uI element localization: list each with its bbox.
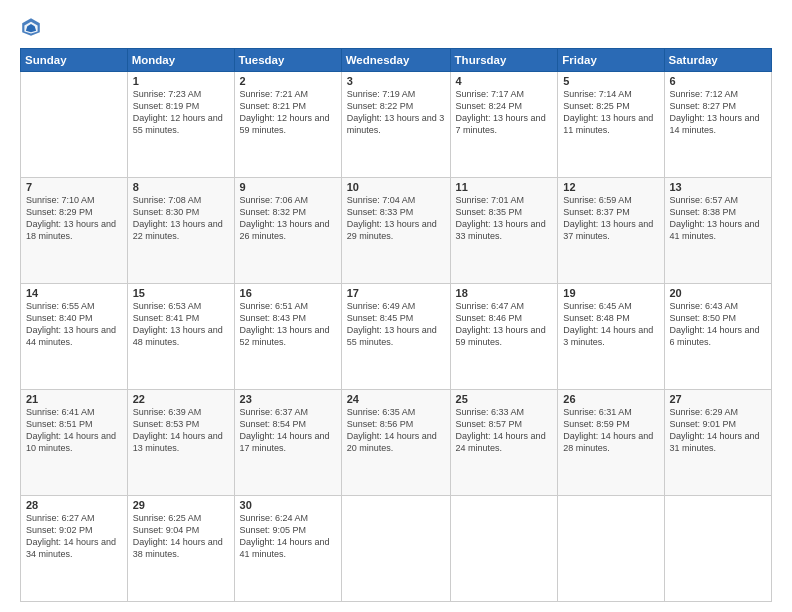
day-info: Sunrise: 6:53 AMSunset: 8:41 PMDaylight:… bbox=[133, 301, 223, 347]
day-cell: 6Sunrise: 7:12 AMSunset: 8:27 PMDaylight… bbox=[664, 72, 772, 178]
day-number: 26 bbox=[563, 393, 658, 405]
week-row-1: 1Sunrise: 7:23 AMSunset: 8:19 PMDaylight… bbox=[21, 72, 772, 178]
day-cell bbox=[558, 496, 664, 602]
day-number: 17 bbox=[347, 287, 445, 299]
day-cell: 29Sunrise: 6:25 AMSunset: 9:04 PMDayligh… bbox=[127, 496, 234, 602]
day-info: Sunrise: 6:45 AMSunset: 8:48 PMDaylight:… bbox=[563, 301, 653, 347]
day-cell bbox=[21, 72, 128, 178]
day-cell: 9Sunrise: 7:06 AMSunset: 8:32 PMDaylight… bbox=[234, 178, 341, 284]
day-number: 5 bbox=[563, 75, 658, 87]
logo bbox=[20, 16, 46, 38]
day-cell: 2Sunrise: 7:21 AMSunset: 8:21 PMDaylight… bbox=[234, 72, 341, 178]
day-cell: 21Sunrise: 6:41 AMSunset: 8:51 PMDayligh… bbox=[21, 390, 128, 496]
day-cell: 26Sunrise: 6:31 AMSunset: 8:59 PMDayligh… bbox=[558, 390, 664, 496]
page: SundayMondayTuesdayWednesdayThursdayFrid… bbox=[0, 0, 792, 612]
day-number: 6 bbox=[670, 75, 767, 87]
day-number: 1 bbox=[133, 75, 229, 87]
day-cell: 13Sunrise: 6:57 AMSunset: 8:38 PMDayligh… bbox=[664, 178, 772, 284]
col-header-sunday: Sunday bbox=[21, 49, 128, 72]
day-number: 20 bbox=[670, 287, 767, 299]
day-number: 16 bbox=[240, 287, 336, 299]
week-row-5: 28Sunrise: 6:27 AMSunset: 9:02 PMDayligh… bbox=[21, 496, 772, 602]
day-info: Sunrise: 7:01 AMSunset: 8:35 PMDaylight:… bbox=[456, 195, 546, 241]
day-info: Sunrise: 7:10 AMSunset: 8:29 PMDaylight:… bbox=[26, 195, 116, 241]
day-cell: 16Sunrise: 6:51 AMSunset: 8:43 PMDayligh… bbox=[234, 284, 341, 390]
calendar-table: SundayMondayTuesdayWednesdayThursdayFrid… bbox=[20, 48, 772, 602]
day-info: Sunrise: 7:06 AMSunset: 8:32 PMDaylight:… bbox=[240, 195, 330, 241]
day-info: Sunrise: 6:37 AMSunset: 8:54 PMDaylight:… bbox=[240, 407, 330, 453]
day-info: Sunrise: 7:19 AMSunset: 8:22 PMDaylight:… bbox=[347, 89, 445, 135]
day-number: 15 bbox=[133, 287, 229, 299]
day-info: Sunrise: 7:12 AMSunset: 8:27 PMDaylight:… bbox=[670, 89, 760, 135]
col-header-saturday: Saturday bbox=[664, 49, 772, 72]
day-info: Sunrise: 6:59 AMSunset: 8:37 PMDaylight:… bbox=[563, 195, 653, 241]
week-row-3: 14Sunrise: 6:55 AMSunset: 8:40 PMDayligh… bbox=[21, 284, 772, 390]
week-row-2: 7Sunrise: 7:10 AMSunset: 8:29 PMDaylight… bbox=[21, 178, 772, 284]
day-info: Sunrise: 6:51 AMSunset: 8:43 PMDaylight:… bbox=[240, 301, 330, 347]
day-number: 29 bbox=[133, 499, 229, 511]
day-info: Sunrise: 6:47 AMSunset: 8:46 PMDaylight:… bbox=[456, 301, 546, 347]
day-number: 8 bbox=[133, 181, 229, 193]
day-cell: 23Sunrise: 6:37 AMSunset: 8:54 PMDayligh… bbox=[234, 390, 341, 496]
day-number: 9 bbox=[240, 181, 336, 193]
day-info: Sunrise: 6:39 AMSunset: 8:53 PMDaylight:… bbox=[133, 407, 223, 453]
day-info: Sunrise: 6:25 AMSunset: 9:04 PMDaylight:… bbox=[133, 513, 223, 559]
day-cell: 27Sunrise: 6:29 AMSunset: 9:01 PMDayligh… bbox=[664, 390, 772, 496]
day-number: 27 bbox=[670, 393, 767, 405]
day-info: Sunrise: 7:08 AMSunset: 8:30 PMDaylight:… bbox=[133, 195, 223, 241]
week-row-4: 21Sunrise: 6:41 AMSunset: 8:51 PMDayligh… bbox=[21, 390, 772, 496]
day-number: 24 bbox=[347, 393, 445, 405]
day-cell: 20Sunrise: 6:43 AMSunset: 8:50 PMDayligh… bbox=[664, 284, 772, 390]
day-cell: 7Sunrise: 7:10 AMSunset: 8:29 PMDaylight… bbox=[21, 178, 128, 284]
day-cell: 5Sunrise: 7:14 AMSunset: 8:25 PMDaylight… bbox=[558, 72, 664, 178]
calendar-header-row: SundayMondayTuesdayWednesdayThursdayFrid… bbox=[21, 49, 772, 72]
day-info: Sunrise: 7:04 AMSunset: 8:33 PMDaylight:… bbox=[347, 195, 437, 241]
day-number: 25 bbox=[456, 393, 553, 405]
day-cell: 14Sunrise: 6:55 AMSunset: 8:40 PMDayligh… bbox=[21, 284, 128, 390]
day-info: Sunrise: 6:43 AMSunset: 8:50 PMDaylight:… bbox=[670, 301, 760, 347]
day-number: 4 bbox=[456, 75, 553, 87]
day-cell: 18Sunrise: 6:47 AMSunset: 8:46 PMDayligh… bbox=[450, 284, 558, 390]
day-info: Sunrise: 6:24 AMSunset: 9:05 PMDaylight:… bbox=[240, 513, 330, 559]
day-cell bbox=[664, 496, 772, 602]
day-number: 14 bbox=[26, 287, 122, 299]
day-cell: 24Sunrise: 6:35 AMSunset: 8:56 PMDayligh… bbox=[341, 390, 450, 496]
day-number: 7 bbox=[26, 181, 122, 193]
col-header-tuesday: Tuesday bbox=[234, 49, 341, 72]
day-cell: 3Sunrise: 7:19 AMSunset: 8:22 PMDaylight… bbox=[341, 72, 450, 178]
day-number: 21 bbox=[26, 393, 122, 405]
col-header-monday: Monday bbox=[127, 49, 234, 72]
day-number: 12 bbox=[563, 181, 658, 193]
day-info: Sunrise: 6:57 AMSunset: 8:38 PMDaylight:… bbox=[670, 195, 760, 241]
day-info: Sunrise: 6:55 AMSunset: 8:40 PMDaylight:… bbox=[26, 301, 116, 347]
day-number: 11 bbox=[456, 181, 553, 193]
day-info: Sunrise: 6:31 AMSunset: 8:59 PMDaylight:… bbox=[563, 407, 653, 453]
day-cell: 15Sunrise: 6:53 AMSunset: 8:41 PMDayligh… bbox=[127, 284, 234, 390]
day-number: 18 bbox=[456, 287, 553, 299]
day-cell: 10Sunrise: 7:04 AMSunset: 8:33 PMDayligh… bbox=[341, 178, 450, 284]
day-cell: 25Sunrise: 6:33 AMSunset: 8:57 PMDayligh… bbox=[450, 390, 558, 496]
day-number: 22 bbox=[133, 393, 229, 405]
day-cell bbox=[450, 496, 558, 602]
day-number: 13 bbox=[670, 181, 767, 193]
day-info: Sunrise: 6:49 AMSunset: 8:45 PMDaylight:… bbox=[347, 301, 437, 347]
day-cell: 19Sunrise: 6:45 AMSunset: 8:48 PMDayligh… bbox=[558, 284, 664, 390]
day-info: Sunrise: 6:41 AMSunset: 8:51 PMDaylight:… bbox=[26, 407, 116, 453]
day-cell: 22Sunrise: 6:39 AMSunset: 8:53 PMDayligh… bbox=[127, 390, 234, 496]
day-number: 30 bbox=[240, 499, 336, 511]
day-info: Sunrise: 6:29 AMSunset: 9:01 PMDaylight:… bbox=[670, 407, 760, 453]
col-header-thursday: Thursday bbox=[450, 49, 558, 72]
day-number: 10 bbox=[347, 181, 445, 193]
day-cell: 28Sunrise: 6:27 AMSunset: 9:02 PMDayligh… bbox=[21, 496, 128, 602]
day-number: 3 bbox=[347, 75, 445, 87]
day-number: 2 bbox=[240, 75, 336, 87]
day-cell: 12Sunrise: 6:59 AMSunset: 8:37 PMDayligh… bbox=[558, 178, 664, 284]
day-info: Sunrise: 7:21 AMSunset: 8:21 PMDaylight:… bbox=[240, 89, 330, 135]
day-info: Sunrise: 7:14 AMSunset: 8:25 PMDaylight:… bbox=[563, 89, 653, 135]
col-header-friday: Friday bbox=[558, 49, 664, 72]
header bbox=[20, 16, 772, 38]
day-info: Sunrise: 7:17 AMSunset: 8:24 PMDaylight:… bbox=[456, 89, 546, 135]
day-cell: 11Sunrise: 7:01 AMSunset: 8:35 PMDayligh… bbox=[450, 178, 558, 284]
day-number: 23 bbox=[240, 393, 336, 405]
day-cell: 30Sunrise: 6:24 AMSunset: 9:05 PMDayligh… bbox=[234, 496, 341, 602]
